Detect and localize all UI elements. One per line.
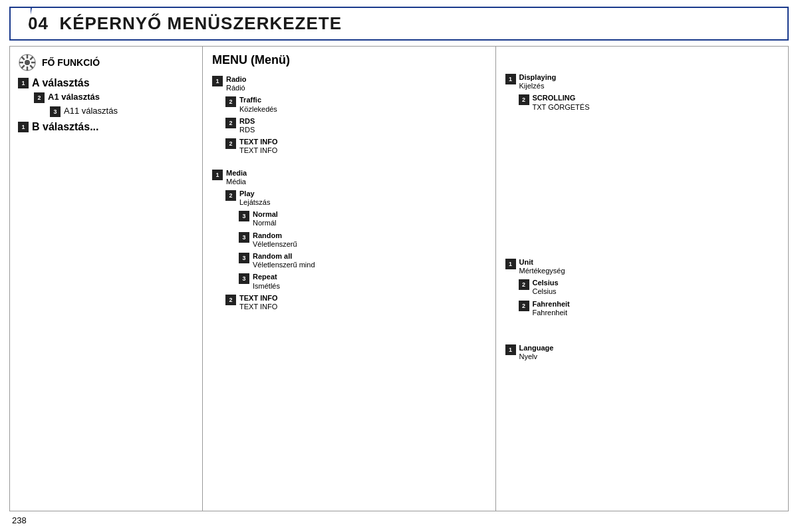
right-scrolling: 2 SCROLLING TXT GÖRGETÉS [519, 94, 779, 111]
right-displaying: 1 Displaying Kijelzés [505, 73, 779, 90]
menu-rds: 2 RDS RDS [225, 117, 486, 134]
svg-line-6 [22, 57, 25, 60]
page-title: 04 KÉPERNYŐ MENÜSZERKEZETE [21, 13, 342, 34]
menu-text-info-top: 2 TEXT INFO TEXT INFO [225, 138, 486, 155]
right-language: 1 Language Nyelv [505, 344, 779, 361]
left-item-b-valasztas: 1 B választás... [18, 121, 194, 133]
menu-normal: 3 Normal Normál [239, 210, 486, 227]
gear-icon [18, 53, 37, 72]
right-celsius: 2 Celsius Celsius [519, 279, 779, 296]
svg-point-1 [25, 60, 30, 65]
left-panel: FŐ FUNKCIÓ 1 A választás 2 A1 választás … [10, 47, 203, 511]
middle-panel: MENU (Menü) 1 Radio Rádió 2 Traffic Közl… [203, 47, 496, 511]
menu-random: 3 Random Véletlenszerű [239, 231, 486, 249]
svg-line-7 [30, 65, 33, 68]
left-item-a11-valasztas: 3 A11 választás [50, 106, 194, 117]
menu-text-info-bottom: 2 TEXT INFO TEXT INFO [225, 294, 486, 311]
right-fahrenheit: 2 Fahrenheit Fahrenheit [519, 300, 779, 317]
page-header: 04 KÉPERNYŐ MENÜSZERKEZETE [9, 7, 789, 41]
middle-panel-title: MENU (Menü) [212, 53, 486, 67]
right-unit: 1 Unit Mértékegység [505, 258, 779, 275]
svg-line-8 [30, 57, 33, 60]
left-panel-title: FŐ FUNKCIÓ [42, 57, 100, 68]
menu-radio: 1 Radio Rádió [212, 75, 486, 92]
panel-header: FŐ FUNKCIÓ [18, 53, 194, 72]
left-item-a1-valasztas: 2 A1 választás [34, 92, 194, 103]
left-item-a-valasztas: 1 A választás [18, 77, 194, 89]
menu-media: 1 Media Média [212, 169, 486, 186]
menu-repeat: 3 Repeat Ismétlés [239, 273, 486, 290]
menu-play: 2 Play Lejátszás [225, 190, 486, 207]
menu-traffic: 2 Traffic Közlekedés [225, 96, 486, 113]
svg-line-9 [22, 65, 25, 68]
right-panel: 1 Displaying Kijelzés 2 SCROLLING TXT GÖ… [496, 47, 789, 511]
right-top-section: 1 Displaying Kijelzés 2 SCROLLING TXT GÖ… [505, 73, 779, 112]
right-bottom-section: 1 Unit Mértékegység 2 Celsius Celsius 2 … [505, 258, 779, 362]
main-content: FŐ FUNKCIÓ 1 A választás 2 A1 választás … [9, 46, 789, 511]
page-number: 238 [12, 515, 27, 525]
menu-random-all: 3 Random all Véletlenszerű mind [239, 252, 486, 269]
